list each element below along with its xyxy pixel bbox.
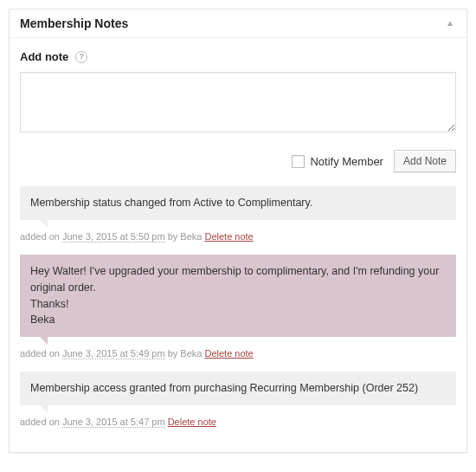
add-note-label: Add note ? bbox=[20, 50, 456, 63]
collapse-toggle-icon[interactable]: ▲ bbox=[444, 17, 456, 29]
notify-member-label: Notify Member bbox=[310, 155, 383, 168]
delete-note-link[interactable]: Delete note bbox=[168, 417, 216, 427]
note-author: by Beka bbox=[165, 348, 205, 359]
delete-note-link[interactable]: Delete note bbox=[204, 348, 253, 359]
note-date: June 3, 2015 at 5:50 pm bbox=[62, 231, 165, 242]
note-content: Membership access granted from purchasin… bbox=[20, 372, 456, 405]
panel-body: Add note ? Notify Member Add Note Member… bbox=[10, 38, 466, 452]
meta-prefix: added on bbox=[20, 417, 62, 427]
note-content: Membership status changed from Active to… bbox=[20, 186, 456, 220]
add-note-button[interactable]: Add Note bbox=[394, 150, 456, 172]
note-date: June 3, 2015 at 5:49 pm bbox=[62, 348, 165, 359]
delete-note-link[interactable]: Delete note bbox=[204, 231, 253, 242]
panel-title: Membership Notes bbox=[20, 16, 128, 30]
note-item: Hey Walter! I've upgraded your membershi… bbox=[20, 255, 456, 359]
note-date: June 3, 2015 at 5:47 pm bbox=[62, 417, 165, 428]
note-author: by Beka bbox=[165, 231, 205, 242]
panel-header: Membership Notes ▲ bbox=[10, 10, 466, 38]
notify-member-wrap[interactable]: Notify Member bbox=[292, 155, 383, 168]
note-actions: Notify Member Add Note bbox=[20, 150, 456, 172]
add-note-label-text: Add note bbox=[20, 50, 68, 63]
membership-notes-panel: Membership Notes ▲ Add note ? Notify Mem… bbox=[9, 9, 467, 453]
note-item: Membership status changed from Active to… bbox=[20, 186, 456, 242]
note-content: Hey Walter! I've upgraded your membershi… bbox=[20, 255, 456, 337]
meta-prefix: added on bbox=[20, 231, 62, 242]
note-meta: added on June 3, 2015 at 5:49 pm by Beka… bbox=[20, 347, 456, 359]
note-meta: added on June 3, 2015 at 5:50 pm by Beka… bbox=[20, 230, 456, 242]
notify-member-checkbox[interactable] bbox=[292, 155, 305, 168]
notes-list: Membership status changed from Active to… bbox=[20, 186, 456, 428]
note-item: Membership access granted from purchasin… bbox=[20, 372, 456, 428]
meta-prefix: added on bbox=[20, 348, 62, 359]
help-icon[interactable]: ? bbox=[75, 51, 87, 63]
note-textarea[interactable] bbox=[20, 72, 456, 133]
note-meta: added on June 3, 2015 at 5:47 pm Delete … bbox=[20, 416, 456, 428]
